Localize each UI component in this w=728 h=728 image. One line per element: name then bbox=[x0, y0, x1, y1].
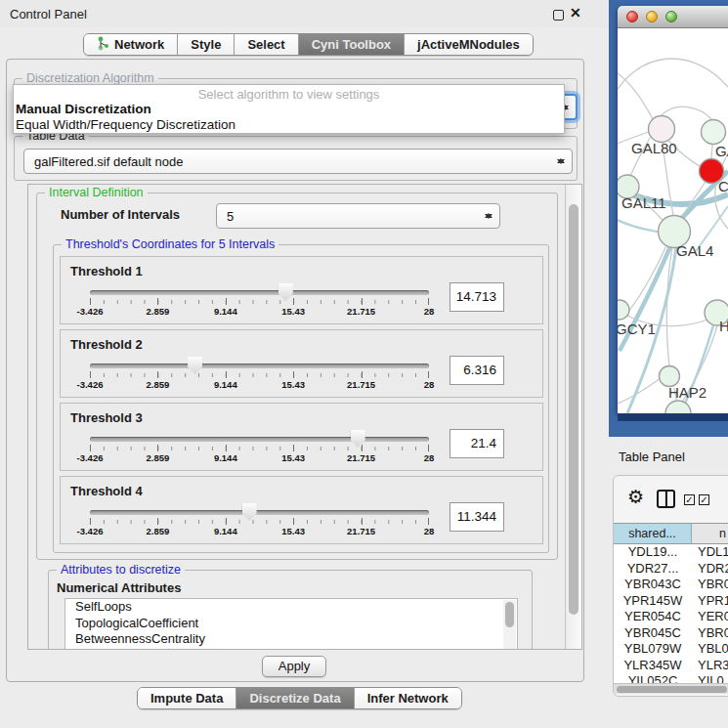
cell[interactable]: YDL1 bbox=[692, 544, 728, 561]
cell[interactable]: YDR2 bbox=[692, 561, 728, 578]
scrollbar-thumb[interactable] bbox=[569, 204, 578, 615]
tab-discretize-data[interactable]: Discretize Data bbox=[236, 688, 353, 708]
close-icon[interactable]: ✕ bbox=[570, 5, 581, 21]
cell[interactable]: YBR0 bbox=[692, 577, 728, 593]
table-row[interactable]: YLR345WYLR3 bbox=[614, 658, 728, 674]
cell[interactable]: YPR145W bbox=[614, 593, 692, 610]
list-vertical-scrollbar[interactable] bbox=[503, 600, 516, 650]
popup-option-equal-width[interactable]: Equal Width/Frequency Discretization bbox=[14, 117, 564, 133]
table-row[interactable]: YBR043CYBR0 bbox=[614, 577, 728, 593]
threshold-3-value-field[interactable]: 21.4 bbox=[450, 429, 504, 458]
tick-label: 9.144 bbox=[214, 526, 237, 536]
table-row[interactable]: YIL052CYIL0 bbox=[614, 673, 728, 683]
minimize-traffic-light-icon[interactable] bbox=[646, 11, 658, 22]
cell[interactable]: YDR27... bbox=[614, 561, 692, 578]
tab-select[interactable]: Select bbox=[234, 34, 297, 55]
slider-track[interactable] bbox=[90, 364, 429, 368]
number-of-intervals-label: Number of Intervals bbox=[61, 207, 180, 222]
interval-definition-title: Interval Definition bbox=[45, 186, 148, 199]
cell[interactable]: YIL0 bbox=[692, 673, 728, 683]
numerical-attributes-list[interactable]: SelfLoops TopologicalCoefficient Between… bbox=[64, 598, 518, 650]
threshold-2-value-field[interactable]: 6.316 bbox=[450, 356, 504, 385]
cell[interactable]: YDL19... bbox=[614, 544, 692, 561]
threshold-4-slider[interactable]: -3.426 2.859 9.144 15.43 21.715 28 bbox=[90, 502, 429, 535]
node-label: H bbox=[719, 318, 728, 334]
thresholds-group-title: Threshold's Coordinates for 5 Intervals bbox=[62, 237, 278, 251]
popup-option-manual[interactable]: Manual Discretization bbox=[14, 102, 564, 117]
threshold-2-slider[interactable]: -3.426 2.859 9.144 15.43 21.715 28 bbox=[90, 356, 429, 389]
apply-button[interactable]: Apply bbox=[262, 656, 326, 677]
table-row[interactable]: YPR145WYPR1 bbox=[614, 593, 728, 610]
gear-icon[interactable]: ⚙ bbox=[627, 486, 644, 508]
tab-style[interactable]: Style bbox=[177, 34, 234, 55]
slider-handle[interactable] bbox=[188, 357, 202, 374]
tab-cyni-toolbox[interactable]: Cyni Toolbox bbox=[298, 34, 404, 55]
table-row[interactable]: YBR045CYBR0 bbox=[614, 625, 728, 642]
network-graph[interactable]: GAL80 GA C GAL11 GAL4 GCY1 H HAP2 bbox=[618, 28, 728, 413]
threshold-1-value-field[interactable]: 14.713 bbox=[450, 282, 504, 312]
slider-track[interactable] bbox=[90, 510, 429, 515]
network-node[interactable] bbox=[649, 116, 675, 143]
tab-network[interactable]: Network bbox=[84, 34, 177, 55]
cell[interactable]: YBL0 bbox=[692, 641, 728, 658]
network-glyph-icon bbox=[97, 36, 109, 54]
list-item[interactable]: BetweennessCentrality bbox=[65, 631, 517, 648]
scrollbar-thumb[interactable] bbox=[505, 602, 514, 627]
threshold-3-slider[interactable]: -3.426 2.859 9.144 15.43 21.715 28 bbox=[90, 429, 429, 462]
checkbox-icon[interactable]: ✓ bbox=[699, 494, 709, 505]
slider-handle[interactable] bbox=[351, 430, 365, 448]
cell[interactable]: YBR0 bbox=[692, 625, 728, 642]
column-header-name[interactable]: n bbox=[692, 524, 728, 543]
columns-icon[interactable] bbox=[657, 490, 675, 508]
checkbox-icon[interactable]: ✓ bbox=[684, 494, 695, 505]
network-node[interactable] bbox=[665, 401, 691, 413]
table-data-combo-value: galFiltered.sif default node bbox=[34, 154, 183, 169]
threshold-4-label: Threshold 4 bbox=[70, 484, 143, 498]
threshold-4-value-field[interactable]: 11.344 bbox=[450, 502, 504, 532]
node-label: HAP2 bbox=[668, 384, 707, 401]
node-label: C bbox=[718, 178, 728, 194]
network-node[interactable] bbox=[702, 120, 726, 145]
table-horizontal-scrollbar[interactable] bbox=[614, 683, 728, 694]
slider-handle[interactable] bbox=[242, 503, 257, 521]
network-node[interactable] bbox=[618, 300, 629, 320]
cell[interactable]: YER0 bbox=[692, 609, 728, 625]
tab-select-label: Select bbox=[247, 37, 284, 52]
list-item[interactable]: TopologicalCoefficient bbox=[65, 616, 517, 632]
table-data-combo[interactable]: galFiltered.sif default node bbox=[23, 149, 573, 174]
top-tab-bar: Network Style Select Cyni Toolbox jActiv… bbox=[83, 33, 534, 56]
table-row[interactable]: YBL079WYBL0 bbox=[614, 641, 728, 658]
cell[interactable]: YER054C bbox=[614, 609, 692, 625]
cell[interactable]: YLR3 bbox=[692, 658, 728, 674]
threshold-1-slider[interactable]: -3.426 2.859 9.144 15.43 21.715 28 bbox=[90, 282, 429, 316]
cell[interactable]: YBL079W bbox=[614, 641, 692, 658]
float-window-icon[interactable] bbox=[553, 10, 564, 21]
tab-infer-network[interactable]: Infer Network bbox=[354, 688, 461, 708]
cell[interactable]: YLR345W bbox=[614, 658, 692, 674]
cell[interactable]: YIL052C bbox=[614, 673, 692, 683]
tab-cyni-toolbox-label: Cyni Toolbox bbox=[312, 37, 391, 52]
network-canvas[interactable]: GAL80 GA C GAL11 GAL4 GCY1 H HAP2 bbox=[618, 28, 728, 413]
tick-label: 9.144 bbox=[214, 452, 237, 463]
cell[interactable]: YPR1 bbox=[692, 593, 728, 610]
slider-minor-ticks bbox=[90, 373, 429, 377]
number-of-intervals-combo[interactable]: 5 bbox=[216, 203, 500, 229]
cell[interactable]: YBR043C bbox=[614, 577, 692, 593]
zoom-traffic-light-icon[interactable] bbox=[665, 11, 677, 22]
table-row[interactable]: YDR27...YDR2 bbox=[614, 561, 728, 578]
slider-track[interactable] bbox=[90, 437, 429, 442]
slider-track[interactable] bbox=[90, 290, 429, 295]
tab-jactivemnodules[interactable]: jActiveMNodules bbox=[404, 34, 533, 55]
cell[interactable]: YBR045C bbox=[614, 625, 692, 642]
scrollbar-thumb[interactable] bbox=[617, 686, 727, 693]
column-header-shared[interactable]: shared... bbox=[614, 524, 692, 543]
table-row[interactable]: YDL19...YDL1 bbox=[614, 544, 728, 561]
tab-impute-data[interactable]: Impute Data bbox=[138, 688, 236, 708]
table-row[interactable]: YER054CYER0 bbox=[614, 609, 728, 625]
tick-label: 15.43 bbox=[281, 452, 305, 463]
slider-handle[interactable] bbox=[278, 283, 293, 301]
list-item[interactable]: SelfLoops bbox=[65, 599, 517, 616]
settings-vertical-scrollbar[interactable] bbox=[565, 185, 581, 649]
discretization-algorithm-title: Discretization Algorithm bbox=[22, 71, 158, 85]
close-traffic-light-icon[interactable] bbox=[626, 11, 638, 22]
